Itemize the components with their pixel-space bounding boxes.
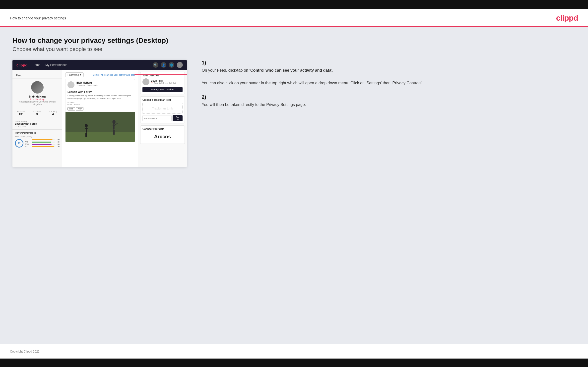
instructions-panel: 1) On your Feed, click/tap on 'Control w…	[197, 60, 576, 116]
trackman-title: Upload a Trackman Test	[142, 99, 183, 101]
feed-tab[interactable]: Feed	[12, 72, 62, 79]
trackman-input-row: Add Link	[142, 115, 183, 121]
person-icon[interactable]: 👤	[161, 62, 166, 68]
bottom-bar	[0, 359, 588, 367]
connect-data-card: Connect your data Arccos	[140, 125, 185, 144]
lesson-user-name: Blair McHarg	[76, 81, 133, 84]
footer: Copyright Clippd 2022	[0, 344, 588, 359]
stat-activities: Activities 131	[17, 110, 25, 116]
svg-rect-4	[85, 128, 88, 129]
lesson-image	[65, 112, 135, 142]
trackman-placeholder-text: Trackman Link	[152, 107, 173, 110]
lesson-user-date: Yesterday · Sunningdale	[76, 84, 133, 86]
instruction-1: 1) On your Feed, click/tap on 'Control w…	[202, 60, 576, 86]
coach-name: David Ford	[151, 80, 183, 82]
mock-nav-icons: 🔍 👤 🌐 ▾	[153, 62, 183, 68]
browser-tab-title: How to change your privacy settings	[10, 16, 66, 20]
bar-val-putt: 96	[56, 146, 60, 147]
manage-coaches-button[interactable]: Manage Your Coaches	[142, 87, 183, 92]
quality-circle: 92	[15, 139, 23, 148]
followers-val: 3	[33, 112, 41, 116]
activities-val: 131	[17, 112, 25, 116]
main-content: How to change your privacy settings (Des…	[0, 27, 588, 344]
user-club: Royal North Devon Golf Club, United King…	[15, 101, 60, 105]
coach-club: 📍 Royal North Devon Golf Club	[151, 82, 183, 84]
coaches-card: Your Coaches David Ford 📍 Royal North De…	[140, 72, 185, 94]
mock-nav-home[interactable]: Home	[32, 63, 40, 67]
stat-followers: Followers 3	[33, 110, 41, 116]
duration-val: 01 hr : 30 min	[67, 104, 80, 106]
bar-track-ott	[32, 139, 55, 140]
bar-arg: ARG86	[25, 143, 60, 145]
control-privacy-link[interactable]: Control who can see your activity and da…	[93, 74, 135, 76]
mock-right-panel: Your Coaches David Ford 📍 Royal North De…	[138, 70, 187, 167]
add-link-button[interactable]: Add Link	[173, 115, 183, 121]
bar-ott: OTT90	[25, 139, 60, 141]
user-name: Blair McHarg	[15, 95, 60, 98]
arccos-label: Arccos	[142, 132, 183, 142]
bar-track-app	[32, 142, 55, 143]
search-icon[interactable]: 🔍	[153, 62, 158, 68]
trackman-link-input[interactable]	[142, 115, 172, 121]
mock-screenshot: clippd Home My Performance 🔍 👤 🌐 ▾ Feed	[12, 60, 187, 167]
svg-point-7	[112, 120, 116, 124]
performance-bars: OTT90APP85ARG86PUTT96	[25, 139, 60, 148]
following-button[interactable]: Following ▾	[65, 72, 84, 77]
bar-track-arg	[32, 144, 55, 145]
globe-icon[interactable]: 🌐	[169, 62, 174, 68]
page-title: How to change your privacy settings (Des…	[12, 37, 576, 45]
chevron-down-icon: ▾	[80, 73, 81, 76]
performance-title: Player Performance	[15, 132, 60, 134]
pin-icon: 📍	[151, 82, 153, 84]
content-row: clippd Home My Performance 🔍 👤 🌐 ▾ Feed	[12, 60, 576, 167]
stat-following: Following 4	[49, 110, 57, 116]
mock-sidebar: Feed Blair McHarg Plus Handicap Royal No…	[12, 70, 62, 167]
coach-info: David Ford 📍 Royal North Devon Golf Club	[151, 80, 183, 84]
lesson-header: Blair McHarg Yesterday · Sunningdale	[65, 79, 135, 90]
coach-club-name: Royal North Devon Golf Club	[154, 82, 176, 84]
activities-label: Activities	[17, 110, 25, 112]
followers-label: Followers	[33, 110, 41, 112]
quality-label: Total Player Quality	[15, 136, 60, 138]
latest-val: Lesson with Fordy	[15, 122, 60, 125]
lesson-title: Lesson with Fordy	[65, 90, 135, 94]
instruction-2: 2) You will then be taken directly to th…	[202, 94, 576, 108]
latest-label: Latest Activity	[15, 120, 60, 122]
player-performance: Player Performance Total Player Quality …	[12, 130, 62, 150]
bar-fill-arg	[32, 144, 52, 145]
quality-row: 92 OTT90APP85ARG86PUTT96	[15, 139, 60, 148]
stats-row: Activities 131 Followers 3 Following 4	[12, 108, 62, 118]
bar-label-arg: ARG	[25, 143, 31, 145]
lesson-duration: Duration 01 hr : 30 min	[65, 101, 135, 107]
trackman-card: Upload a Trackman Test Trackman Link Add…	[140, 96, 185, 123]
copyright: Copyright Clippd 2022	[10, 350, 40, 353]
header: How to change your privacy settings clip…	[0, 9, 588, 27]
bar-fill-app	[32, 142, 51, 143]
mock-body: Feed Blair McHarg Plus Handicap Royal No…	[12, 70, 187, 167]
tag-app: APP	[76, 107, 83, 110]
page-subtitle: Choose what you want people to see	[12, 46, 576, 52]
bar-val-ott: 90	[56, 139, 60, 141]
lesson-user-avatar	[67, 81, 74, 88]
bar-fill-ott	[32, 139, 53, 140]
latest-activity: Latest Activity Lesson with Fordy 03 Aug…	[12, 118, 62, 130]
avatar-image	[31, 81, 44, 94]
instruction-1-number: 1)	[202, 60, 576, 66]
instruction-2-number: 2)	[202, 94, 576, 100]
duration-label: Duration	[67, 101, 75, 104]
following-val: 4	[49, 112, 57, 116]
tag-ott: OTT	[67, 107, 75, 110]
profile-card: Blair McHarg Plus Handicap Royal North D…	[12, 79, 62, 108]
mock-nav: clippd Home My Performance 🔍 👤 🌐 ▾	[12, 60, 187, 70]
bar-app: APP85	[25, 141, 60, 143]
coach-avatar	[142, 78, 149, 85]
user-avatar[interactable]: ▾	[177, 62, 183, 68]
svg-rect-5	[85, 133, 86, 137]
mock-logo: clippd	[16, 63, 27, 67]
clippd-logo: clippd	[556, 13, 578, 23]
top-bar	[0, 0, 588, 9]
instruction-1-highlight: 'Control who can see your activity and d…	[249, 68, 333, 72]
mock-nav-performance[interactable]: My Performance	[45, 63, 67, 67]
bar-fill-putt	[32, 146, 54, 147]
lesson-tags: OTT APP	[65, 107, 135, 112]
